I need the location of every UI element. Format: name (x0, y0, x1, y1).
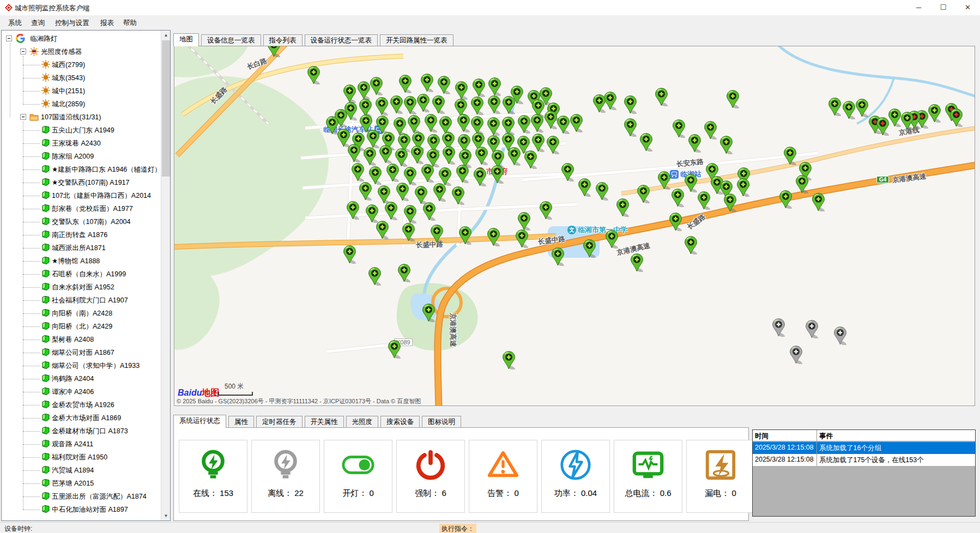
map-pin-offline[interactable] (789, 346, 803, 366)
map-pin-device[interactable] (578, 178, 591, 199)
bottom-tab-4[interactable]: 光照度 (346, 416, 379, 427)
map-pin-device[interactable] (384, 202, 398, 222)
menu-item-4[interactable]: 帮助 (120, 17, 140, 28)
map-pin-device[interactable] (386, 163, 400, 184)
map-pin-device[interactable] (388, 340, 401, 361)
map-pin-device[interactable] (736, 178, 750, 199)
tree-item-device[interactable]: 五里派出所（富源汽配）A1874 (2, 490, 170, 503)
map-pin-device[interactable] (684, 174, 698, 195)
event-row[interactable]: 2025/3/28 12:15:08系统加载了16个分组 (753, 442, 975, 454)
bottom-tab-6[interactable]: 图标说明 (422, 416, 461, 427)
tree-item-device[interactable]: 彭家巷（党校后面）A1977 (2, 202, 170, 215)
map-tab-2[interactable]: 指令列表 (263, 34, 303, 46)
map-pin-device[interactable] (517, 115, 531, 136)
map-pin-device[interactable] (420, 74, 434, 94)
tree-item-device[interactable]: 城西派出所A1871 (2, 241, 170, 255)
map-pin-device[interactable] (351, 163, 365, 184)
map-pin-device[interactable] (671, 189, 685, 209)
map-pin-device[interactable] (551, 247, 565, 268)
tree-item-device[interactable]: 福利院对面 A1950 (2, 451, 170, 464)
close-button[interactable]: ✕ (955, 0, 980, 15)
tree-item-device[interactable]: 南正街转盘 A1876 (2, 228, 170, 241)
menu-item-3[interactable]: 报表 (97, 17, 117, 28)
map-pin-device[interactable] (370, 77, 383, 98)
map-pin-device[interactable] (507, 147, 521, 168)
map-pin-device[interactable] (583, 239, 596, 260)
map-pin-device[interactable] (442, 146, 456, 167)
map-pin-device[interactable] (515, 229, 529, 250)
tree-item-device[interactable]: 芭茅塘 A2015 (2, 477, 170, 490)
tree-item-device[interactable]: 金桥农贸市场 A1926 (2, 398, 170, 411)
map-tab-3[interactable]: 设备运行状态一览表 (305, 34, 378, 46)
map-pin-device[interactable] (556, 116, 570, 136)
map-pin-device[interactable] (704, 121, 717, 142)
map-pin-offline[interactable] (805, 320, 819, 341)
map-pin-device[interactable] (491, 165, 504, 186)
map-pin-device[interactable] (697, 191, 711, 212)
map-pin-device[interactable] (396, 183, 409, 203)
event-row[interactable]: 2025/3/28 12:15:08系统加载了175个设备，在线153个 (753, 454, 975, 466)
map-tab-1[interactable]: 设备信息一览表 (201, 34, 261, 46)
tree-item-device[interactable]: 向阳桥（南）A2428 (2, 307, 170, 320)
tree-item-device[interactable]: 石咀桥（自来水）A1999 (2, 268, 170, 281)
map-pin-device[interactable] (828, 98, 842, 118)
tree-expander-icon[interactable] (6, 35, 12, 41)
tree-item-device[interactable]: 社会福利院大门口 A1907 (2, 294, 170, 307)
map-pin-device[interactable] (630, 253, 644, 274)
map-pin-device[interactable] (530, 114, 544, 135)
map-pin-device[interactable] (888, 108, 902, 129)
tree-item-device[interactable]: 梨树巷 A2408 (2, 333, 170, 346)
map-pin-device[interactable] (524, 150, 537, 171)
map-pin-device[interactable] (416, 94, 430, 114)
map-pin-device[interactable] (900, 112, 914, 132)
map-pin-device[interactable] (430, 225, 444, 245)
map-pin-device[interactable] (410, 146, 424, 166)
tree-item-device[interactable]: 观音路 A2411 (2, 438, 170, 451)
map-tab-4[interactable]: 开关回路属性一览表 (380, 34, 453, 46)
map-pin-device[interactable] (267, 46, 281, 59)
map-pin-device[interactable] (368, 267, 382, 288)
map-pin-device[interactable] (719, 136, 733, 156)
map-pin-device[interactable] (422, 202, 436, 223)
map-pin-device[interactable] (398, 75, 412, 95)
bottom-tab-1[interactable]: 属性 (228, 416, 254, 427)
map-pin-device[interactable] (561, 163, 574, 184)
map-pin-device[interactable] (795, 175, 809, 196)
map-pin-device[interactable] (637, 185, 650, 205)
map-pin-device[interactable] (433, 183, 446, 204)
map-pin-device[interactable] (379, 145, 392, 166)
tree-item-device[interactable]: 向阳桥（北）A2429 (2, 320, 170, 333)
map-pin-device[interactable] (421, 164, 434, 185)
map-pin-device[interactable] (457, 114, 470, 135)
bottom-tab-3[interactable]: 开关属性 (305, 416, 344, 427)
menu-item-1[interactable]: 查询 (28, 17, 48, 28)
map-pin-device[interactable] (343, 245, 356, 266)
map-pin-device[interactable] (359, 182, 372, 203)
map-pin-device[interactable] (544, 111, 558, 131)
map-pin-device[interactable] (346, 201, 360, 222)
maximize-button[interactable]: ☐ (931, 0, 955, 15)
map-pin-device[interactable] (726, 90, 740, 111)
map-pin-device[interactable] (397, 264, 411, 284)
minimize-button[interactable]: ─ (906, 0, 931, 15)
map-pin-device[interactable] (502, 351, 516, 372)
tree-item-device[interactable]: 王家珑巷 A2430 (2, 137, 170, 150)
map-pin-device[interactable] (375, 97, 389, 118)
tree-item-folder[interactable]: 107国道沿线(31/31) (2, 111, 170, 124)
map-pin-device[interactable] (487, 95, 501, 116)
tree-item-sensor[interactable]: 城东(3543) (2, 71, 170, 84)
map-tab-0-active[interactable]: 地图 (173, 33, 199, 46)
map-pin-device[interactable] (595, 182, 609, 203)
map-pin-device[interactable] (779, 190, 793, 211)
tree-item-device[interactable]: ★交警队西(107南) A1917 (2, 176, 170, 189)
map-pin-device[interactable] (402, 223, 415, 244)
map-pin-device[interactable] (473, 168, 487, 189)
tree-item-device[interactable]: 自来水斜对面 A1952 (2, 281, 170, 294)
map-pin-device[interactable] (639, 133, 653, 154)
tree-item-device[interactable]: 金桥建材市场门口 A1873 (2, 425, 170, 438)
map-pin-device[interactable] (655, 88, 668, 108)
map-pin-device[interactable] (605, 230, 619, 251)
map-pin-device[interactable] (347, 144, 361, 165)
map-pin-device[interactable] (437, 76, 451, 96)
map-pin-forced[interactable] (876, 117, 890, 138)
